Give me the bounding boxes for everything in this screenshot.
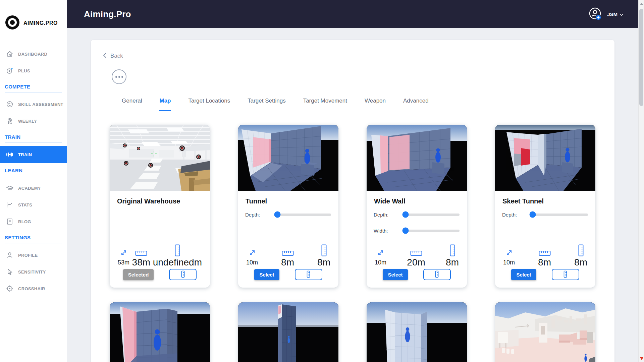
slider-label: Depth: xyxy=(245,212,274,218)
sidebar-item-blog[interactable]: BLOG xyxy=(0,213,67,230)
scrollbar[interactable] xyxy=(638,0,644,362)
map-preview-desert-facility-image[interactable] xyxy=(495,302,595,362)
tab-target-settings[interactable]: Target Settings xyxy=(248,98,285,111)
map-stats: 10m 8m 8m xyxy=(238,244,338,268)
main-content: Back General Map Target Locations Target… xyxy=(67,28,638,362)
map-card-title: Tunnel xyxy=(246,197,267,205)
map-preview-skeet-tunnel-image[interactable] xyxy=(495,125,595,191)
depth-slider: Depth: xyxy=(502,209,588,220)
map-info-button[interactable] xyxy=(552,269,579,280)
select-button[interactable]: Select xyxy=(511,269,536,280)
sidebar-item-plus[interactable]: PLUS xyxy=(0,62,67,79)
map-info-button[interactable] xyxy=(295,269,322,280)
stat-width: 38m xyxy=(132,244,150,268)
map-preview-tall-tower-image[interactable] xyxy=(238,302,338,362)
map-preview-pink-wall-room-image[interactable] xyxy=(110,302,210,362)
sidebar-section-label: SETTINGS xyxy=(5,235,62,243)
graduation-cap-icon xyxy=(6,184,13,192)
width-slider: Width: xyxy=(374,226,460,236)
depth-slider: Depth: xyxy=(374,209,460,220)
scroll-up-arrow-icon[interactable] xyxy=(640,3,643,5)
bullseye-icon xyxy=(5,15,20,32)
tab-advanced[interactable]: Advanced xyxy=(403,98,429,111)
scrollbar-thumb[interactable] xyxy=(639,9,643,106)
horizontal-ruler-icon xyxy=(282,244,294,256)
sidebar-item-academy[interactable]: ACADEMY xyxy=(0,180,67,196)
sidebar-item-label: SENSITIVITY xyxy=(18,269,46,275)
sidebar-item-label: SKILL ASSESSMENT xyxy=(18,102,63,107)
brand-logo[interactable]: AIMING.PRO xyxy=(0,0,67,32)
map-preview-corner-walls-image[interactable] xyxy=(367,302,467,362)
map-card-row2-3 xyxy=(367,302,467,362)
user-menu[interactable]: JSM xyxy=(607,11,624,17)
tab-target-locations[interactable]: Target Locations xyxy=(188,98,230,111)
slider-track[interactable] xyxy=(274,214,331,216)
map-preview-warehouse-image[interactable] xyxy=(110,125,210,191)
sidebar-item-label: PLUS xyxy=(18,68,30,73)
slider-track[interactable] xyxy=(402,214,460,216)
map-preview-wide-wall-image[interactable] xyxy=(367,125,467,191)
ellipsis-icon[interactable] xyxy=(112,69,126,84)
tab-bar: General Map Target Locations Target Sett… xyxy=(122,98,614,111)
sidebar-item-crosshair[interactable]: CROSSHAIR xyxy=(0,280,67,297)
vertical-ruler-icon xyxy=(181,270,185,279)
sidebar-section-compete: COMPETE xyxy=(0,79,67,96)
selected-button[interactable]: Selected xyxy=(123,269,154,280)
vertical-ruler-icon xyxy=(174,244,180,256)
stat-height: 8m xyxy=(446,244,459,268)
map-sliders: Depth: xyxy=(502,209,588,226)
tab-general[interactable]: General xyxy=(122,98,142,111)
vertical-ruler-icon xyxy=(578,244,584,256)
scroll-down-arrow-icon[interactable] xyxy=(640,357,643,360)
user-initials: JSM xyxy=(607,11,618,17)
map-info-button[interactable] xyxy=(169,269,197,280)
sidebar-item-label: PROFILE xyxy=(18,253,38,258)
sidebar-item-label: WEEKLY xyxy=(18,119,37,124)
sidebar-section-learn: LEARN xyxy=(0,163,67,180)
sidebar-item-label: CROSSHAIR xyxy=(18,286,45,291)
map-card-row2-1 xyxy=(110,302,210,362)
brand-logo-text: AIMING.PRO xyxy=(23,20,58,26)
horizontal-ruler-icon xyxy=(410,244,422,256)
tab-target-movement[interactable]: Target Movement xyxy=(303,98,347,111)
crosshair-icon xyxy=(6,285,13,292)
map-card-wide-wall: Wide Wall Depth: Width: xyxy=(367,125,467,288)
sidebar-section-label: COMPETE xyxy=(5,84,62,93)
slider-track[interactable] xyxy=(402,230,460,232)
sidebar-item-train[interactable]: TRAIN xyxy=(0,146,67,163)
slider-thumb[interactable] xyxy=(402,228,409,234)
slider-thumb[interactable] xyxy=(274,212,281,218)
sidebar-item-skill-assessment[interactable]: SKILL ASSESSMENT xyxy=(0,96,67,113)
stat-distance: 10m xyxy=(375,244,386,268)
map-info-button[interactable] xyxy=(423,269,451,280)
chevron-left-icon xyxy=(103,53,106,59)
slider-track[interactable] xyxy=(531,214,588,216)
stat-width: 8m xyxy=(281,244,294,268)
vertical-ruler-icon xyxy=(307,270,310,279)
map-card-title: Original Warehouse xyxy=(117,197,180,205)
book-icon xyxy=(6,218,13,225)
slider-thumb[interactable] xyxy=(402,212,409,218)
stat-distance: 10m xyxy=(246,244,258,268)
select-button[interactable]: Select xyxy=(254,269,279,280)
map-sliders: Depth: xyxy=(245,209,331,226)
sidebar-item-weekly[interactable]: WEEKLY xyxy=(0,113,67,129)
map-sliders: Depth: Width: xyxy=(374,209,460,242)
sidebar-item-label: TRAIN xyxy=(18,152,32,157)
slider-thumb[interactable] xyxy=(530,212,536,218)
back-button[interactable]: Back xyxy=(91,40,131,59)
stat-value: 53m xyxy=(118,259,129,266)
user-icon xyxy=(6,251,13,259)
sidebar-item-stats[interactable]: STATS xyxy=(0,196,67,213)
stat-value: 10m xyxy=(246,259,258,266)
sidebar-section-label: LEARN xyxy=(5,168,62,176)
sidebar-item-sensitivity[interactable]: SENSITIVITY xyxy=(0,263,67,280)
map-preview-tunnel-image[interactable] xyxy=(238,125,338,191)
user-circle-add-icon[interactable] xyxy=(588,6,603,22)
sidebar-item-profile[interactable]: PROFILE xyxy=(0,247,67,263)
map-card-title: Wide Wall xyxy=(374,197,406,205)
select-button[interactable]: Select xyxy=(383,269,408,280)
tab-map[interactable]: Map xyxy=(159,98,171,111)
tab-weapon[interactable]: Weapon xyxy=(365,98,386,111)
sidebar-item-dashboard[interactable]: DASHBOARD xyxy=(0,46,67,62)
